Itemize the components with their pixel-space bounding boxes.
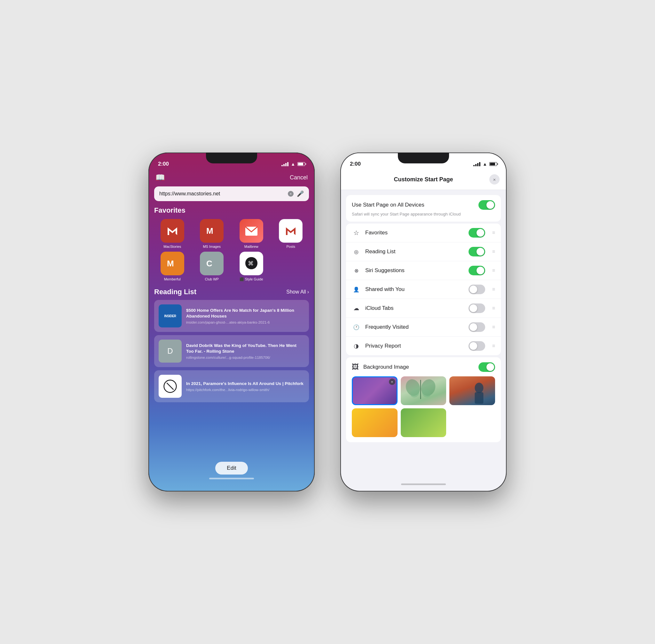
safari-status-bar: 2:00 ▲ (149, 153, 314, 170)
favorites-row: ☆ Favorites ≡ (346, 224, 501, 243)
fav-clubwp-label: Club WP (205, 277, 219, 281)
siri-suggestions-drag-handle[interactable]: ≡ (492, 268, 495, 273)
privacy-report-row: ◑ Privacy Report ≡ (346, 337, 501, 355)
background-image-label: Background Image (363, 364, 409, 370)
fav-memberful-icon: M (161, 252, 184, 275)
bg-image-purple[interactable]: × (352, 376, 398, 405)
sync-toggle-row: Use Start Page on All Devices (352, 200, 495, 210)
favorites-toggle[interactable] (469, 228, 485, 237)
frequently-visited-icon: 🕐 (352, 323, 361, 331)
siri-suggestions-toggle[interactable] (469, 266, 485, 275)
svg-line-7 (167, 383, 173, 389)
fav-mailbrew-label: Mailbrew (244, 245, 258, 249)
frequently-visited-drag-handle[interactable]: ≡ (492, 324, 495, 330)
microphone-icon[interactable]: 🎤 (297, 190, 304, 197)
bg-image-butterfly[interactable] (401, 376, 447, 405)
cust-status-icons: ▲ (473, 161, 497, 167)
main-scene: 2:00 ▲ (149, 153, 506, 491)
url-bar-icons: × 🎤 (288, 190, 304, 197)
reading-thumb-insider: INSIDER (159, 304, 182, 327)
reading-title-insider: $500 Home Offers Are No Match for Japan'… (186, 307, 304, 319)
reading-list-header: Reading List Show All › (154, 288, 309, 296)
svg-text:C: C (206, 259, 212, 268)
sync-toggle[interactable] (478, 200, 495, 210)
fav-styleguide-label: ⬛ Style Guide (240, 277, 263, 281)
icloud-tabs-toggle[interactable] (469, 303, 485, 313)
cust-title: Customize Start Page (358, 176, 489, 183)
favorites-row-label: Favorites (365, 230, 464, 236)
fav-msimages[interactable]: M MS Images (194, 219, 230, 249)
icloud-tabs-drag-handle[interactable]: ≡ (492, 305, 495, 311)
sync-subtitle: Safari will sync your Start Page appeara… (352, 212, 495, 216)
safari-bottom: Edit (149, 458, 314, 491)
url-text: https://www.macstories.net (159, 191, 288, 197)
show-all-button[interactable]: Show All › (286, 289, 309, 295)
fav-posts-label: Posts (286, 245, 295, 249)
bg-image-yellow[interactable] (352, 408, 398, 437)
sync-label: Use Start Page on All Devices (352, 202, 424, 208)
favorites-drag-handle[interactable]: ≡ (492, 230, 495, 236)
svg-text:M: M (167, 259, 174, 268)
shared-with-you-drag-handle[interactable]: ≡ (492, 286, 495, 292)
fav-macstories[interactable]: MacStories (154, 219, 190, 249)
edit-button[interactable]: Edit (215, 462, 248, 475)
reading-list-drag-handle[interactable]: ≡ (492, 249, 495, 255)
reading-item-pitchfork[interactable]: In 2021, Paramore's Influence Is All Aro… (154, 370, 309, 402)
reading-url-rolling-stone: rollingstone.com/culture/...g-squad-prof… (186, 355, 304, 360)
reading-list-title: Reading List (154, 288, 196, 296)
shared-with-you-icon: 👤 (352, 285, 361, 294)
fav-msimages-icon: M (200, 219, 224, 243)
frequently-visited-row: 🕐 Frequently Visited ≡ (346, 318, 501, 337)
left-phone: 2:00 ▲ (149, 153, 315, 491)
reading-item-insider[interactable]: INSIDER $500 Home Offers Are No Match fo… (154, 300, 309, 332)
url-bar[interactable]: https://www.macstories.net × 🎤 (154, 186, 309, 201)
bookmarks-icon[interactable]: 📖 (155, 173, 165, 182)
svg-rect-14 (475, 392, 483, 404)
privacy-report-drag-handle[interactable]: ≡ (492, 343, 495, 349)
shared-with-you-row-label: Shared with You (365, 286, 464, 293)
bg-image-delete-button[interactable]: × (389, 378, 395, 385)
customize-start-page: 2:00 ▲ (341, 153, 506, 491)
cust-home-indicator-container (341, 483, 506, 491)
fav-memberful[interactable]: M Memberful (154, 252, 190, 281)
fav-posts[interactable]: Posts (273, 219, 309, 249)
start-page-items-card: ☆ Favorites ≡ ◎ Reading List ≡ (346, 224, 501, 355)
bg-image-header: 🖼 Background Image (352, 362, 495, 372)
reading-thumb-pitchfork (159, 375, 182, 398)
fav-clubwp-icon: C (200, 252, 224, 275)
icloud-tabs-row-label: iCloud Tabs (365, 305, 464, 312)
reading-item-rolling-stone[interactable]: D David Dobrik Was the King of YouTube. … (154, 335, 309, 367)
reading-list-row: ◎ Reading List ≡ (346, 243, 501, 261)
left-phone-screen: 2:00 ▲ (149, 153, 314, 491)
bg-image-orange[interactable] (449, 376, 495, 405)
wifi-icon: ▲ (291, 161, 295, 167)
safari-content: Favorites MacStories (149, 206, 314, 458)
cancel-button[interactable]: Cancel (290, 174, 308, 181)
privacy-report-toggle[interactable] (469, 341, 485, 351)
fav-macstories-label: MacStories (163, 245, 181, 249)
reading-info-pitchfork: In 2021, Paramore's Influence Is All Aro… (186, 381, 304, 392)
privacy-report-icon: ◑ (352, 342, 361, 350)
reading-list-toggle[interactable] (469, 247, 485, 256)
signal-icon (281, 162, 289, 166)
reading-title-rolling-stone: David Dobrik Was the King of YouTube. Th… (186, 343, 304, 354)
url-clear-button[interactable]: × (288, 191, 294, 197)
close-button[interactable]: × (489, 174, 500, 184)
fav-styleguide[interactable]: ⌘ ⬛ Style Guide (233, 252, 270, 281)
safari-time: 2:00 (158, 161, 169, 167)
background-image-toggle[interactable] (478, 362, 495, 372)
frequently-visited-toggle[interactable] (469, 322, 485, 332)
background-images-grid: × (352, 376, 495, 437)
bg-image-green[interactable] (401, 408, 447, 437)
bg-header-left: 🖼 Background Image (352, 363, 409, 371)
cust-time: 2:00 (350, 161, 361, 167)
siri-suggestions-row-label: Siri Suggestions (365, 267, 464, 274)
fav-mailbrew[interactable]: Mailbrew (233, 219, 270, 249)
cust-battery-icon (489, 162, 497, 166)
background-image-card: 🖼 Background Image × (346, 357, 501, 442)
background-image-icon: 🖼 (352, 363, 359, 371)
cust-header: Customize Start Page × (341, 170, 506, 190)
shared-with-you-toggle[interactable] (469, 284, 485, 294)
favorites-title: Favorites (154, 206, 185, 214)
fav-clubwp[interactable]: C Club WP (194, 252, 230, 281)
